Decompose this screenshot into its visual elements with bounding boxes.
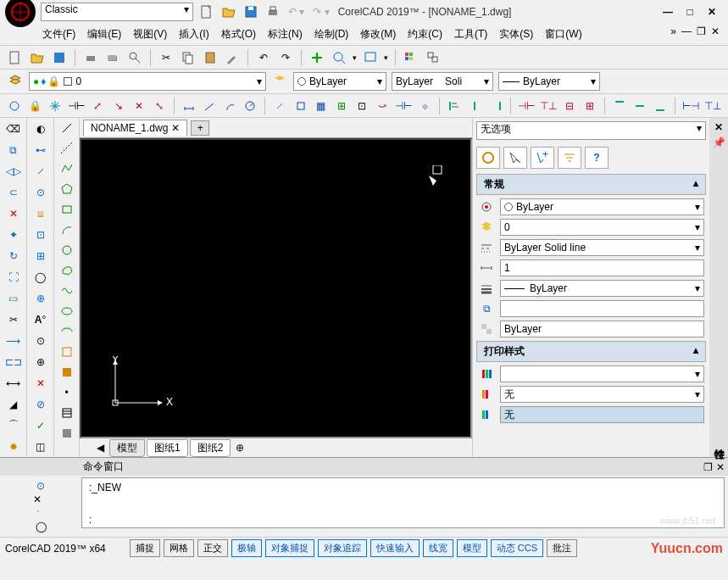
stretch-button[interactable]: ▭ <box>3 289 24 307</box>
menu-constraint[interactable]: 约束(C) <box>408 27 442 42</box>
filter-button[interactable] <box>558 147 581 169</box>
rotate-button[interactable]: ↻ <box>3 247 24 265</box>
tool-a13[interactable]: ⊘ <box>31 395 51 413</box>
prop-color[interactable]: ByLayer▾ <box>500 198 704 215</box>
cmd-close-icon[interactable]: ✕ <box>716 461 725 473</box>
sheet-add-icon[interactable]: ⊕ <box>236 442 244 454</box>
dim-tool-6[interactable] <box>292 98 308 114</box>
dropdown-icon[interactable]: ▾ <box>353 53 357 62</box>
copy-entity-button[interactable]: ⧉ <box>3 141 24 159</box>
menu-edit[interactable]: 编辑(E) <box>87 27 121 42</box>
prop-printstyle3[interactable]: 无 <box>500 406 704 423</box>
mirror-button[interactable]: ◁▷ <box>3 162 24 180</box>
close-button[interactable]: ✕ <box>704 5 720 19</box>
spline-button[interactable] <box>58 282 75 299</box>
cmd-dock-icon[interactable]: ❐ <box>703 461 713 473</box>
dist-4-button[interactable]: ⊞ <box>582 98 597 114</box>
select-objects-button[interactable] <box>503 147 527 169</box>
maximize-button[interactable]: □ <box>682 5 697 19</box>
tool-a3[interactable]: ⟋ <box>31 162 51 180</box>
mdi-minimize-icon[interactable]: — <box>681 25 692 37</box>
menu-format[interactable]: 格式(O) <box>221 27 256 42</box>
polygon-button[interactable] <box>58 181 75 198</box>
print-button[interactable] <box>82 49 99 66</box>
tool-1[interactable]: ⤢ <box>90 98 105 114</box>
rectangle-button[interactable] <box>58 201 75 218</box>
menu-file[interactable]: 文件(F) <box>42 27 75 42</box>
layer-freeze-button[interactable] <box>47 98 63 114</box>
open-button[interactable] <box>29 49 46 66</box>
xline-button[interactable] <box>58 140 75 157</box>
sheet-tab-1[interactable]: 图纸1 <box>147 439 188 457</box>
dim-angular-button[interactable] <box>222 98 237 114</box>
dim-tool-11[interactable]: ⊣⊢ <box>395 98 412 114</box>
dim-tool-9[interactable]: ⊡ <box>354 98 370 114</box>
help-button[interactable]: ? <box>585 147 609 169</box>
layer-lock-button[interactable]: 🔒 <box>27 98 42 114</box>
extend-button[interactable]: ⟶ <box>3 332 24 349</box>
sheet-tab-model[interactable]: 模型 <box>109 439 145 457</box>
status-dyn[interactable]: 快速输入 <box>370 539 420 557</box>
prop-lineweight[interactable]: ByLayer▾ <box>500 280 704 297</box>
pickadd-button[interactable]: + <box>531 147 554 169</box>
prop-hyperlink[interactable] <box>500 300 704 317</box>
document-tab[interactable]: NONAME_1.dwg ✕ <box>83 120 187 136</box>
menu-tools[interactable]: 工具(T) <box>454 27 487 42</box>
lineweight-selector[interactable]: ByLayer ▾ <box>498 72 600 91</box>
dim-linear-button[interactable] <box>181 98 197 114</box>
linetype-selector[interactable]: ByLayer Soli ▾ <box>392 72 493 91</box>
align-mid-button[interactable] <box>632 98 647 114</box>
tab-close-icon[interactable]: ✕ <box>171 122 180 134</box>
dist-h-button[interactable]: ⊣⊢ <box>518 98 535 114</box>
panel-close-icon[interactable]: ✕ <box>714 121 723 133</box>
new-button[interactable] <box>7 49 24 66</box>
menu-dimension[interactable]: 标注(N) <box>268 27 303 42</box>
tool-a9[interactable]: ⊕ <box>31 289 51 307</box>
ellipse-arc-button[interactable] <box>58 323 75 340</box>
open-icon[interactable] <box>222 5 236 19</box>
minimize-button[interactable]: — <box>660 5 675 19</box>
tool-a10[interactable]: ⊙ <box>31 332 51 349</box>
align-bot-button[interactable] <box>653 98 668 114</box>
tool-a12[interactable]: ✕ <box>31 374 51 392</box>
trim-button[interactable]: ✂ <box>3 310 24 328</box>
align-right-button[interactable] <box>487 98 503 114</box>
prop-printstyle2[interactable]: 无▾ <box>500 386 704 403</box>
make-block-button[interactable] <box>58 364 75 381</box>
status-ortho[interactable]: 正交 <box>197 539 228 557</box>
zoom-window-button[interactable] <box>362 49 379 66</box>
cmd-tool-3[interactable]: ◯ <box>32 518 49 535</box>
tool-a14[interactable]: ✓ <box>31 416 51 434</box>
dropdown-icon[interactable]: ▾ <box>384 53 388 62</box>
section-general[interactable]: 常规 ▴ <box>476 174 706 195</box>
dist-3-button[interactable]: ⊟ <box>562 98 577 114</box>
dim-tool-10[interactable]: ⤻ <box>375 98 390 114</box>
print-preview-button[interactable] <box>104 49 121 66</box>
tool-a1[interactable]: ◐ <box>31 120 51 137</box>
status-polar[interactable]: 极轴 <box>231 539 262 557</box>
ellipse-button[interactable] <box>58 303 75 320</box>
xref-button[interactable] <box>425 49 442 66</box>
offset-button[interactable]: ⊂ <box>3 183 24 201</box>
add-tab-button[interactable]: + <box>191 120 209 136</box>
dim-radius-button[interactable] <box>242 98 258 114</box>
prop-layer[interactable]: 0▾ <box>500 219 704 236</box>
hatch-button[interactable] <box>58 404 75 421</box>
new-icon[interactable] <box>200 5 214 19</box>
align-top-button[interactable] <box>612 98 627 114</box>
paste-button[interactable] <box>202 49 219 66</box>
drawing-canvas[interactable]: X Y www.jb51.net <box>80 138 472 438</box>
dim-aligned-button[interactable] <box>202 98 217 114</box>
mdi-restore-icon[interactable]: ❐ <box>697 25 706 37</box>
undo-icon[interactable]: ↶ ▾ <box>288 6 304 18</box>
status-ccs[interactable]: 动态 CCS <box>491 539 543 557</box>
tool-a11[interactable]: ⊕ <box>31 353 51 371</box>
fillet-button[interactable]: ⌒ <box>3 416 24 434</box>
status-lwt[interactable]: 线宽 <box>423 539 453 557</box>
dist-v-button[interactable]: ⊤⊥ <box>540 98 557 114</box>
tool-a15[interactable]: ◫ <box>31 438 51 455</box>
prop-printstyle[interactable]: ▾ <box>500 365 704 382</box>
color-selector[interactable]: ByLayer ▾ <box>293 72 386 91</box>
prop-transparency[interactable]: ByLayer <box>500 321 704 337</box>
dim-tool-12[interactable]: ⟐ <box>417 98 432 114</box>
